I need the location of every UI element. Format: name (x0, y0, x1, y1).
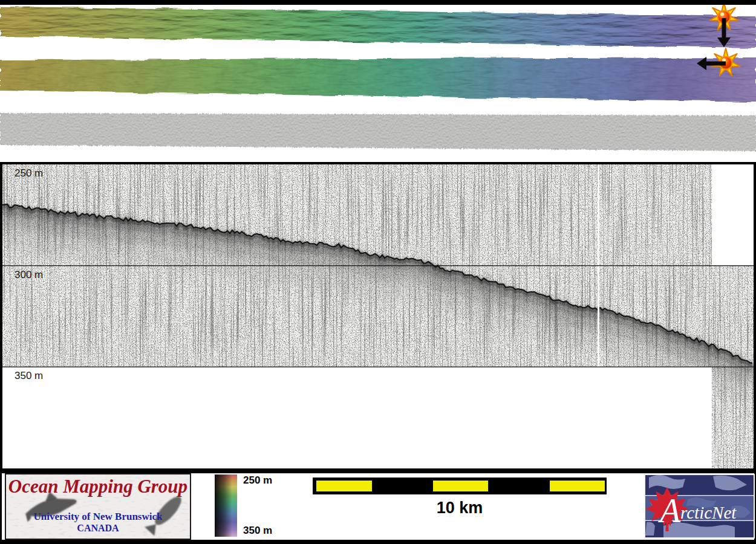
no-data-region-bottom-left (2, 367, 712, 468)
swath-bathymetry-strip-2 (0, 57, 756, 102)
arcticnet-logo-art: A rcticNet (645, 475, 754, 537)
scale-bar-segment (550, 481, 605, 491)
no-data-region-top-right (712, 164, 754, 266)
colorbar-bottom-label: 350 m (243, 525, 272, 537)
arcticnet-logo: A rcticNet (644, 474, 755, 539)
figure-page: 250 m 300 m 350 m (0, 0, 756, 544)
depth-label-250: 250 m (15, 168, 43, 178)
depth-label-350: 350 m (15, 371, 43, 381)
swath-bathymetry-strip-1 (0, 7, 756, 48)
legend-bar: Ocean Mapping Group University of New Br… (0, 471, 756, 544)
scale-bar-segment (316, 481, 372, 491)
omg-subtitle: University of New Brunswick (6, 511, 190, 523)
arcticnet-name: rcticNet (680, 503, 737, 522)
colorbar-top-label: 250 m (243, 474, 272, 487)
arcticnet-initial: A (657, 492, 681, 529)
legend-bar-inner: Ocean Mapping Group University of New Br… (2, 473, 754, 540)
omg-title: Ocean Mapping Group (6, 476, 190, 497)
top-border (0, 0, 756, 5)
scale-bar (313, 478, 607, 494)
swath-panel (0, 5, 756, 162)
echogram-canvas (0, 162, 756, 471)
omg-country: CANADA (6, 523, 190, 534)
depth-colorbar (215, 474, 237, 537)
omg-logo: Ocean Mapping Group University of New Br… (5, 473, 191, 540)
depth-colorbar-shading (215, 474, 237, 537)
swath-backscatter-strip (0, 113, 756, 151)
scale-bar-label: 10 km (313, 499, 607, 517)
echogram-panel: 250 m 300 m 350 m (0, 162, 756, 471)
depth-label-300: 300 m (15, 270, 43, 280)
scale-bar-segment (433, 481, 488, 491)
